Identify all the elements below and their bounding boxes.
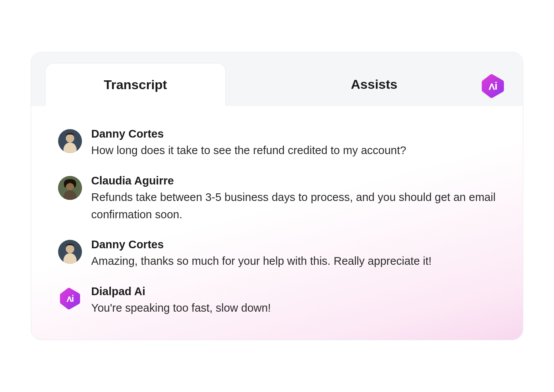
tab-assists-label: Assists <box>351 77 397 92</box>
message-row: ʌi Dialpad Ai You're speaking too fast, … <box>58 285 496 317</box>
tab-transcript[interactable]: Transcript <box>45 63 226 106</box>
message-text: Refunds take between 3-5 business days t… <box>91 189 496 223</box>
transcript-content: Danny Cortes How long does it take to se… <box>31 106 523 340</box>
message-body: Dialpad Ai You're speaking too fast, slo… <box>91 285 496 317</box>
message-text: How long does it take to see the refund … <box>91 142 496 159</box>
message-body: Danny Cortes Amazing, thanks so much for… <box>91 238 496 270</box>
message-row: Danny Cortes How long does it take to se… <box>58 128 496 159</box>
message-row: Danny Cortes Amazing, thanks so much for… <box>58 238 496 270</box>
dialpad-ai-avatar: ʌi <box>58 287 82 311</box>
message-author: Danny Cortes <box>91 238 496 251</box>
message-author: Claudia Aguirre <box>91 174 496 187</box>
danny-cortes-avatar <box>58 129 82 153</box>
svg-point-1 <box>66 134 74 143</box>
message-text: Amazing, thanks so much for your help wi… <box>91 252 496 270</box>
message-text: You're speaking too fast, slow down! <box>91 299 496 317</box>
message-author: Danny Cortes <box>91 128 496 140</box>
tab-bar: Transcript Assists ʌi <box>31 52 523 106</box>
transcript-panel: Transcript Assists ʌi <box>31 52 523 341</box>
message-body: Danny Cortes How long does it take to se… <box>91 128 496 159</box>
svg-point-5 <box>66 245 74 253</box>
tab-transcript-label: Transcript <box>104 77 167 92</box>
danny-cortes-avatar <box>58 240 82 264</box>
message-body: Claudia Aguirre Refunds take between 3-5… <box>91 174 496 223</box>
message-author: Dialpad Ai <box>91 285 496 298</box>
ai-badge[interactable]: ʌi <box>480 73 506 99</box>
ai-icon: ʌi <box>59 287 81 310</box>
message-row: Claudia Aguirre Refunds take between 3-5… <box>58 174 496 223</box>
claudia-aguirre-avatar <box>58 176 82 200</box>
tab-assists[interactable]: Assists <box>225 63 523 106</box>
ai-icon: ʌi <box>481 74 505 98</box>
